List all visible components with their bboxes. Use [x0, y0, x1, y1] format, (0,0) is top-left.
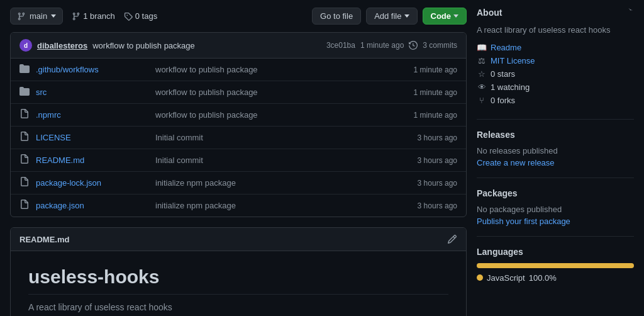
code-chevron-icon: [453, 14, 458, 18]
file-icon-cell: [19, 132, 30, 144]
no-releases-text: No releases published: [477, 146, 634, 155]
avatar: d: [19, 39, 32, 52]
license-link-item: ⚖ MIT License: [477, 56, 634, 65]
table-row: .github/workflows workflow to publish pa…: [11, 59, 466, 81]
license-link[interactable]: MIT License: [491, 56, 535, 65]
file-name[interactable]: package-lock.json: [36, 178, 149, 188]
file-time: 1 minute ago: [414, 88, 457, 97]
folder-icon-cell: [19, 86, 30, 98]
sidebar: About A react library of useless react h…: [477, 8, 634, 316]
table-row: LICENSE Initial commit 3 hours ago: [11, 127, 466, 149]
go-to-file-button[interactable]: Go to file: [312, 8, 361, 25]
commit-bar: d diballesteros workflow to publish pack…: [11, 33, 466, 59]
commits-link[interactable]: 3 commits: [423, 41, 457, 50]
branch-icon: [17, 12, 26, 21]
folder-icon: [19, 86, 30, 96]
file-icon: [19, 177, 30, 187]
file-commit: Initial commit: [155, 133, 411, 142]
file-time: 3 hours ago: [418, 156, 457, 165]
tag-count-link[interactable]: 0 tags: [124, 11, 157, 21]
commit-author[interactable]: diballesteros: [37, 41, 87, 50]
toolbar: main 1 branch 0 tags Go to file Add file: [10, 8, 467, 25]
branch-chevron-icon: [51, 14, 56, 18]
releases-header: Releases: [477, 130, 634, 140]
gear-icon[interactable]: [624, 8, 634, 18]
branch-count-icon: [72, 12, 80, 21]
tag-count-icon: [124, 12, 133, 21]
folder-icon-cell: [19, 64, 30, 76]
fork-icon: ⑂: [477, 96, 487, 105]
file-commit: workflow to publish package: [155, 110, 408, 120]
language-dot: [477, 274, 483, 281]
commit-time: 1 minute ago: [360, 41, 404, 50]
file-icon: [19, 132, 30, 142]
branch-count-text: 1 branch: [83, 11, 115, 21]
packages-header: Packages: [477, 188, 634, 198]
file-time: 3 hours ago: [418, 133, 457, 142]
tag-count-text: 0 tags: [135, 11, 157, 21]
table-row: .npmrc workflow to publish package 1 min…: [11, 104, 466, 127]
about-title: About: [477, 8, 502, 18]
about-header: About: [477, 8, 634, 18]
file-icon: [19, 200, 30, 210]
file-commit: initialize npm package: [155, 201, 411, 210]
file-name[interactable]: LICENSE: [36, 133, 149, 142]
file-name[interactable]: .github/workflows: [36, 65, 149, 74]
star-icon: ☆: [477, 69, 487, 79]
file-rows: .github/workflows workflow to publish pa…: [11, 59, 466, 217]
releases-section: Releases No releases published Create a …: [477, 130, 634, 178]
table-row: README.md Initial commit 3 hours ago: [11, 149, 466, 172]
file-icon-cell: [19, 109, 30, 121]
folder-icon: [19, 64, 30, 74]
about-text: A react library of useless react hooks: [477, 24, 634, 37]
file-name[interactable]: README.md: [36, 155, 149, 165]
meta-links: 1 branch 0 tags: [72, 11, 157, 21]
file-icon: [19, 109, 30, 119]
readme-edit-icon[interactable]: [447, 234, 457, 244]
file-name[interactable]: .npmrc: [36, 110, 149, 120]
readme-box: README.md useless-hooks A react library …: [10, 227, 467, 316]
stars-item: ☆ 0 stars: [477, 69, 634, 79]
add-file-chevron-icon: [404, 14, 409, 18]
file-icon-cell: [19, 200, 30, 212]
file-icon-cell: [19, 177, 30, 189]
code-button[interactable]: Code: [423, 8, 467, 25]
readme-link-item: 📖 Readme: [477, 43, 634, 52]
language-percent: 100.0%: [529, 273, 557, 283]
eye-icon: 👁: [477, 82, 487, 92]
scale-icon: ⚖: [477, 56, 487, 65]
file-time: 1 minute ago: [414, 111, 457, 120]
packages-section: Packages No packages published Publish y…: [477, 188, 634, 237]
readme-header: README.md: [11, 228, 466, 251]
file-time: 3 hours ago: [418, 179, 457, 188]
file-commit: workflow to publish package: [155, 87, 408, 97]
create-release-link[interactable]: Create a new release: [477, 158, 555, 167]
history-icon: [409, 41, 418, 50]
publish-package-link[interactable]: Publish your first package: [477, 217, 570, 226]
language-bar: [477, 263, 634, 268]
add-file-button[interactable]: Add file: [366, 8, 417, 25]
languages-title: Languages: [477, 247, 523, 257]
table-row: package.json initialize npm package 3 ho…: [11, 195, 466, 217]
file-time: 1 minute ago: [414, 65, 457, 74]
file-icon: [19, 154, 30, 164]
stars-label: 0 stars: [491, 69, 515, 79]
file-name[interactable]: package.json: [36, 201, 149, 210]
commits-count: 3 commits: [423, 41, 457, 50]
toolbar-right: Go to file Add file Code: [312, 8, 467, 25]
file-table: d diballesteros workflow to publish pack…: [10, 32, 467, 217]
file-name[interactable]: src: [36, 87, 149, 97]
languages-section: Languages JavaScript 100.0%: [477, 247, 634, 293]
no-packages-text: No packages published: [477, 205, 634, 214]
language-name: JavaScript: [487, 273, 525, 283]
branch-count-link[interactable]: 1 branch: [72, 11, 115, 21]
branch-selector[interactable]: main: [10, 8, 63, 25]
commit-meta: 3ce01ba 1 minute ago 3 commits: [326, 41, 457, 50]
table-row: src workflow to publish package 1 minute…: [11, 81, 466, 104]
file-commit: Initial commit: [155, 155, 411, 165]
readme-link[interactable]: Readme: [491, 43, 521, 52]
readme-description: A react library of useless react hooks: [28, 302, 448, 312]
language-item: JavaScript 100.0%: [477, 273, 634, 283]
file-icon-cell: [19, 154, 30, 166]
book-icon: 📖: [477, 43, 487, 52]
